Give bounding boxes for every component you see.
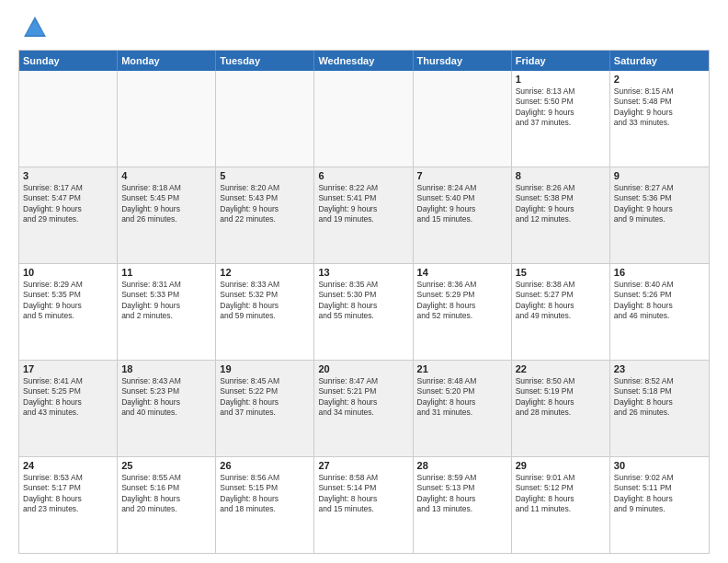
calendar-cell (19, 71, 118, 167)
calendar-cell: 11Sunrise: 8:31 AM Sunset: 5:33 PM Dayli… (118, 264, 216, 360)
day-number: 10 (23, 267, 113, 278)
day-info: Sunrise: 8:53 AM Sunset: 5:17 PM Dayligh… (23, 473, 113, 515)
header-day-wednesday: Wednesday (314, 51, 413, 71)
calendar-cell (414, 71, 512, 167)
day-info: Sunrise: 8:22 AM Sunset: 5:41 PM Dayligh… (318, 183, 408, 225)
day-number: 16 (614, 267, 705, 278)
day-info: Sunrise: 8:29 AM Sunset: 5:35 PM Dayligh… (23, 280, 113, 322)
day-number: 13 (318, 267, 408, 278)
day-number: 26 (220, 460, 310, 471)
day-info: Sunrise: 8:31 AM Sunset: 5:33 PM Dayligh… (121, 280, 211, 322)
day-number: 14 (417, 267, 507, 278)
calendar-row-4: 24Sunrise: 8:53 AM Sunset: 5:17 PM Dayli… (19, 456, 709, 553)
calendar-cell: 7Sunrise: 8:24 AM Sunset: 5:40 PM Daylig… (414, 167, 512, 263)
day-info: Sunrise: 8:38 AM Sunset: 5:27 PM Dayligh… (516, 280, 606, 322)
page: SundayMondayTuesdayWednesdayThursdayFrid… (0, 0, 728, 563)
day-info: Sunrise: 8:47 AM Sunset: 5:21 PM Dayligh… (318, 376, 408, 419)
day-info: Sunrise: 8:48 AM Sunset: 5:20 PM Dayligh… (417, 376, 507, 419)
day-info: Sunrise: 8:58 AM Sunset: 5:14 PM Dayligh… (318, 473, 408, 515)
day-info: Sunrise: 8:15 AM Sunset: 5:48 PM Dayligh… (614, 86, 705, 129)
header-day-friday: Friday (512, 51, 610, 71)
calendar-cell: 20Sunrise: 8:47 AM Sunset: 5:21 PM Dayli… (314, 361, 413, 456)
calendar-cell: 18Sunrise: 8:43 AM Sunset: 5:23 PM Dayli… (118, 361, 216, 456)
header-day-saturday: Saturday (610, 51, 709, 71)
calendar-cell: 6Sunrise: 8:22 AM Sunset: 5:41 PM Daylig… (314, 167, 413, 263)
calendar-row-2: 10Sunrise: 8:29 AM Sunset: 5:35 PM Dayli… (19, 263, 709, 360)
day-number: 8 (516, 170, 606, 181)
day-number: 29 (516, 460, 606, 471)
calendar-cell (314, 71, 413, 167)
day-number: 28 (417, 460, 507, 471)
calendar-cell: 25Sunrise: 8:55 AM Sunset: 5:16 PM Dayli… (118, 457, 216, 553)
calendar-cell: 9Sunrise: 8:27 AM Sunset: 5:36 PM Daylig… (610, 167, 709, 263)
day-info: Sunrise: 8:17 AM Sunset: 5:47 PM Dayligh… (23, 183, 113, 225)
calendar-cell: 24Sunrise: 8:53 AM Sunset: 5:17 PM Dayli… (19, 457, 118, 553)
day-number: 20 (318, 363, 408, 374)
calendar-cell: 12Sunrise: 8:33 AM Sunset: 5:32 PM Dayli… (216, 264, 314, 360)
day-number: 11 (121, 267, 211, 278)
calendar-cell: 21Sunrise: 8:48 AM Sunset: 5:20 PM Dayli… (414, 361, 512, 456)
calendar-cell (216, 71, 314, 167)
day-number: 5 (220, 170, 310, 181)
day-info: Sunrise: 8:20 AM Sunset: 5:43 PM Dayligh… (220, 183, 310, 225)
day-number: 23 (614, 363, 705, 374)
day-number: 7 (417, 170, 507, 181)
day-info: Sunrise: 8:36 AM Sunset: 5:29 PM Dayligh… (417, 280, 507, 322)
day-number: 17 (23, 363, 113, 374)
day-info: Sunrise: 8:27 AM Sunset: 5:36 PM Dayligh… (614, 183, 705, 225)
header-day-monday: Monday (118, 51, 216, 71)
day-info: Sunrise: 8:52 AM Sunset: 5:18 PM Dayligh… (614, 376, 705, 419)
calendar-cell: 29Sunrise: 9:01 AM Sunset: 5:12 PM Dayli… (512, 457, 610, 553)
calendar-cell: 30Sunrise: 9:02 AM Sunset: 5:11 PM Dayli… (610, 457, 709, 553)
day-info: Sunrise: 8:13 AM Sunset: 5:50 PM Dayligh… (516, 86, 606, 129)
calendar-cell: 1Sunrise: 8:13 AM Sunset: 5:50 PM Daylig… (512, 71, 610, 167)
calendar-cell: 15Sunrise: 8:38 AM Sunset: 5:27 PM Dayli… (512, 264, 610, 360)
day-number: 24 (23, 460, 113, 471)
day-number: 6 (318, 170, 408, 181)
day-info: Sunrise: 8:59 AM Sunset: 5:13 PM Dayligh… (417, 473, 507, 515)
calendar-cell: 19Sunrise: 8:45 AM Sunset: 5:22 PM Dayli… (216, 361, 314, 456)
day-info: Sunrise: 9:02 AM Sunset: 5:11 PM Dayligh… (614, 473, 705, 515)
day-info: Sunrise: 8:18 AM Sunset: 5:45 PM Dayligh… (121, 183, 211, 225)
day-info: Sunrise: 8:50 AM Sunset: 5:19 PM Dayligh… (516, 376, 606, 419)
calendar-cell: 23Sunrise: 8:52 AM Sunset: 5:18 PM Dayli… (610, 361, 709, 456)
calendar-cell: 3Sunrise: 8:17 AM Sunset: 5:47 PM Daylig… (19, 167, 118, 263)
logo-icon (22, 15, 48, 40)
logo (18, 15, 48, 40)
day-number: 4 (121, 170, 211, 181)
calendar-cell: 27Sunrise: 8:58 AM Sunset: 5:14 PM Dayli… (314, 457, 413, 553)
day-info: Sunrise: 8:35 AM Sunset: 5:30 PM Dayligh… (318, 280, 408, 322)
calendar-cell: 26Sunrise: 8:56 AM Sunset: 5:15 PM Dayli… (216, 457, 314, 553)
calendar-cell: 2Sunrise: 8:15 AM Sunset: 5:48 PM Daylig… (610, 71, 709, 167)
header-day-tuesday: Tuesday (216, 51, 314, 71)
calendar-cell: 10Sunrise: 8:29 AM Sunset: 5:35 PM Dayli… (19, 264, 118, 360)
day-number: 9 (614, 170, 705, 181)
calendar-body: 1Sunrise: 8:13 AM Sunset: 5:50 PM Daylig… (19, 71, 709, 553)
day-info: Sunrise: 8:24 AM Sunset: 5:40 PM Dayligh… (417, 183, 507, 225)
day-number: 30 (614, 460, 705, 471)
day-number: 3 (23, 170, 113, 181)
calendar-row-0: 1Sunrise: 8:13 AM Sunset: 5:50 PM Daylig… (19, 71, 709, 167)
day-number: 12 (220, 267, 310, 278)
calendar-cell: 22Sunrise: 8:50 AM Sunset: 5:19 PM Dayli… (512, 361, 610, 456)
calendar-cell: 17Sunrise: 8:41 AM Sunset: 5:25 PM Dayli… (19, 361, 118, 456)
day-number: 2 (614, 74, 705, 85)
day-number: 25 (121, 460, 211, 471)
day-info: Sunrise: 8:40 AM Sunset: 5:26 PM Dayligh… (614, 280, 705, 322)
calendar-cell (118, 71, 216, 167)
calendar-row-1: 3Sunrise: 8:17 AM Sunset: 5:47 PM Daylig… (19, 167, 709, 263)
day-info: Sunrise: 8:55 AM Sunset: 5:16 PM Dayligh… (121, 473, 211, 515)
day-info: Sunrise: 8:43 AM Sunset: 5:23 PM Dayligh… (121, 376, 211, 419)
day-number: 1 (516, 74, 606, 85)
calendar-row-3: 17Sunrise: 8:41 AM Sunset: 5:25 PM Dayli… (19, 360, 709, 456)
header (18, 15, 710, 40)
calendar-cell: 8Sunrise: 8:26 AM Sunset: 5:38 PM Daylig… (512, 167, 610, 263)
day-info: Sunrise: 8:56 AM Sunset: 5:15 PM Dayligh… (220, 473, 310, 515)
calendar-cell: 14Sunrise: 8:36 AM Sunset: 5:29 PM Dayli… (414, 264, 512, 360)
calendar-cell: 13Sunrise: 8:35 AM Sunset: 5:30 PM Dayli… (314, 264, 413, 360)
header-day-thursday: Thursday (414, 51, 512, 71)
day-number: 21 (417, 363, 507, 374)
calendar-cell: 5Sunrise: 8:20 AM Sunset: 5:43 PM Daylig… (216, 167, 314, 263)
calendar-cell: 4Sunrise: 8:18 AM Sunset: 5:45 PM Daylig… (118, 167, 216, 263)
calendar-cell: 28Sunrise: 8:59 AM Sunset: 5:13 PM Dayli… (414, 457, 512, 553)
